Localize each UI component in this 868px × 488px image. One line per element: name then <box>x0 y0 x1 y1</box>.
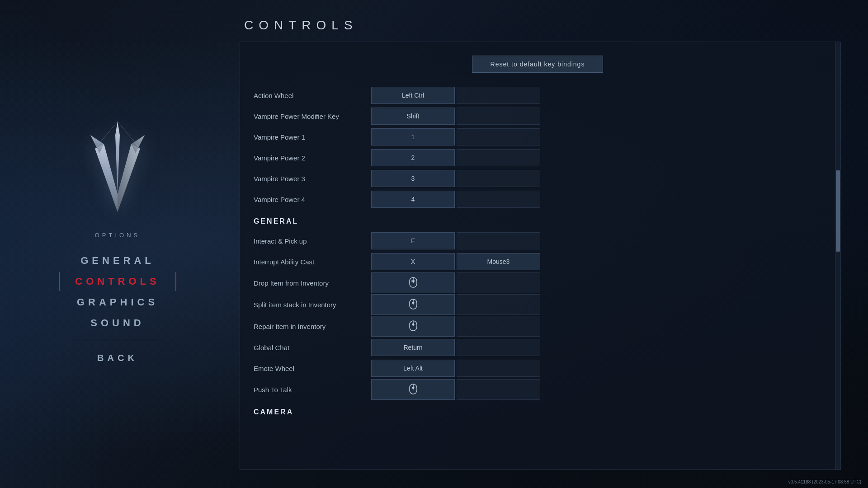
action-label: Vampire Power 3 <box>254 175 371 183</box>
nav-divider <box>72 340 163 340</box>
key-button-primary[interactable]: Shift <box>371 108 455 125</box>
table-row: Repair Item in Inventory <box>254 316 821 337</box>
key-button-primary[interactable]: Left Ctrl <box>371 87 455 104</box>
action-label: Vampire Power 2 <box>254 154 371 162</box>
binding-keys <box>371 316 821 337</box>
binding-keys: X Mouse3 <box>371 253 821 270</box>
key-button-secondary[interactable] <box>457 360 540 377</box>
binding-keys <box>371 272 821 293</box>
key-button-primary[interactable]: 4 <box>371 191 455 208</box>
table-row: Vampire Power 2 2 <box>254 148 821 168</box>
table-row: Vampire Power 3 3 <box>254 169 821 188</box>
action-label: Vampire Power Modifier Key <box>254 113 371 120</box>
table-row: Interrupt Ability Cast X Mouse3 <box>254 252 821 272</box>
action-label: Global Chat <box>254 344 371 352</box>
svg-line-0 <box>95 122 118 149</box>
action-label: Push To Talk <box>254 386 371 394</box>
binding-keys: 2 <box>371 149 821 166</box>
section-header-general: GENERAL <box>254 217 821 225</box>
table-row: Vampire Power 4 4 <box>254 189 821 209</box>
action-label: Split item stack in Inventory <box>254 301 371 309</box>
back-button[interactable]: BACK <box>84 349 151 367</box>
table-row: Drop Item from Inventory <box>254 272 821 293</box>
scrollbar-track[interactable] <box>835 42 840 469</box>
binding-keys: 3 <box>371 170 821 187</box>
key-button-secondary[interactable] <box>457 272 540 293</box>
mouse-icon <box>408 277 418 289</box>
left-panel: OPTIONS GENERAL CONTROLS GRAPHICS SOUND … <box>0 0 235 488</box>
binding-keys: 4 <box>371 191 821 208</box>
action-label: Action Wheel <box>254 92 371 99</box>
key-button-secondary[interactable] <box>457 108 540 125</box>
key-button-secondary[interactable] <box>457 294 540 315</box>
sidebar-item-general[interactable]: GENERAL <box>59 251 176 270</box>
svg-line-1 <box>118 122 140 149</box>
binding-keys: Left Ctrl <box>371 87 821 104</box>
svg-point-14 <box>412 387 414 389</box>
sidebar-item-graphics[interactable]: GRAPHICS <box>59 293 176 312</box>
svg-point-11 <box>412 324 414 326</box>
key-button-secondary[interactable] <box>457 170 540 187</box>
action-label: Vampire Power 4 <box>254 196 371 203</box>
svg-point-8 <box>412 302 414 304</box>
key-button-primary[interactable]: Left Alt <box>371 360 455 377</box>
key-button-secondary[interactable] <box>457 191 540 208</box>
table-row: Push To Talk <box>254 379 821 400</box>
key-button-primary[interactable] <box>371 272 455 293</box>
scroll-content[interactable]: Reset to default key bindings Action Whe… <box>240 42 835 469</box>
key-button-primary[interactable] <box>371 316 455 337</box>
sidebar-item-controls[interactable]: CONTROLS <box>59 272 176 291</box>
key-button-secondary[interactable] <box>457 87 540 104</box>
nav-menu: GENERAL CONTROLS GRAPHICS SOUND BACK <box>0 251 235 367</box>
key-button-primary[interactable]: Return <box>371 339 455 356</box>
table-row: Action Wheel Left Ctrl <box>254 85 821 105</box>
key-button-primary[interactable]: 2 <box>371 149 455 166</box>
key-button-primary[interactable]: 3 <box>371 170 455 187</box>
key-button-secondary[interactable] <box>457 128 540 145</box>
binding-keys <box>371 379 821 400</box>
binding-keys: Shift <box>371 108 821 125</box>
mouse-icon <box>408 320 418 333</box>
reset-bindings-button[interactable]: Reset to default key bindings <box>472 56 604 73</box>
scrollbar-thumb[interactable] <box>836 170 840 252</box>
table-row: Emote Wheel Left Alt <box>254 358 821 378</box>
mouse-icon <box>408 383 418 396</box>
section-header-camera: CAMERA <box>254 408 821 416</box>
page-title: CONTROLS <box>244 18 841 33</box>
key-button-secondary[interactable]: Mouse3 <box>457 253 540 270</box>
content-area: Reset to default key bindings Action Whe… <box>240 42 841 470</box>
action-label: Drop Item from Inventory <box>254 279 371 287</box>
table-row: Vampire Power 1 1 <box>254 127 821 147</box>
binding-keys: 1 <box>371 128 821 145</box>
key-button-secondary[interactable] <box>457 232 540 249</box>
game-logo <box>86 122 149 221</box>
action-label: Repair Item in Inventory <box>254 323 371 330</box>
main-panel: CONTROLS Reset to default key bindings A… <box>231 0 868 488</box>
binding-keys: Return <box>371 339 821 356</box>
key-button-primary[interactable] <box>371 379 455 400</box>
key-button-primary[interactable] <box>371 294 455 315</box>
binding-keys: F <box>371 232 821 249</box>
mouse-icon <box>408 298 418 311</box>
binding-keys: Left Alt <box>371 360 821 377</box>
key-button-secondary[interactable] <box>457 339 540 356</box>
table-row: Split item stack in Inventory <box>254 294 821 315</box>
version-label: v0.5.41188 (2023-05-17 08:58 UTC) <box>788 479 861 484</box>
key-button-secondary[interactable] <box>457 149 540 166</box>
key-button-secondary[interactable] <box>457 316 540 337</box>
logo-container <box>86 122 149 223</box>
table-row: Vampire Power Modifier Key Shift <box>254 106 821 126</box>
svg-point-5 <box>412 280 414 282</box>
sidebar-item-sound[interactable]: SOUND <box>59 314 176 333</box>
key-button-primary[interactable]: 1 <box>371 128 455 145</box>
action-label: Vampire Power 1 <box>254 133 371 141</box>
key-button-secondary[interactable] <box>457 379 540 400</box>
action-label: Emote Wheel <box>254 365 371 372</box>
options-label: OPTIONS <box>95 232 141 239</box>
action-label: Interact & Pick up <box>254 237 371 245</box>
key-button-primary[interactable]: X <box>371 253 455 270</box>
key-button-primary[interactable]: F <box>371 232 455 249</box>
table-row: Global Chat Return <box>254 338 821 357</box>
table-row: Interact & Pick up F <box>254 231 821 251</box>
action-label: Interrupt Ability Cast <box>254 258 371 266</box>
